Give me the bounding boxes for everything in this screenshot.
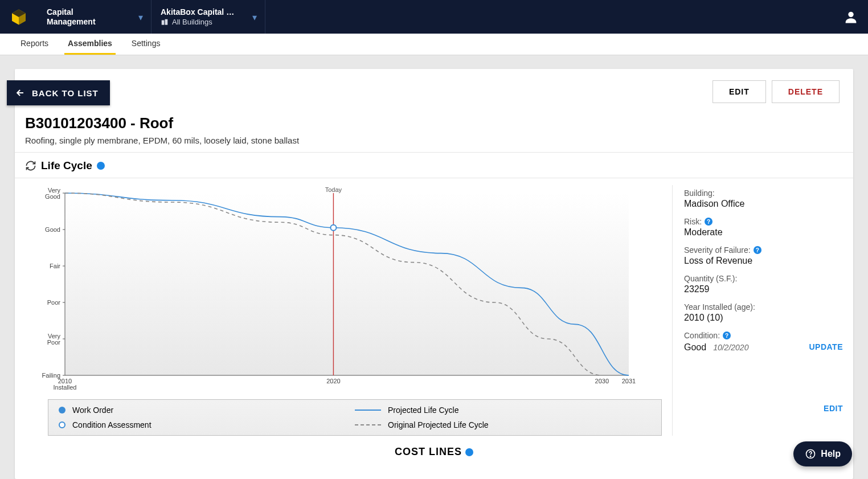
arrow-left-icon bbox=[15, 87, 26, 99]
help-circle-icon bbox=[805, 448, 816, 460]
svg-point-32 bbox=[810, 456, 811, 457]
module-label: Capital Management bbox=[47, 7, 96, 26]
tab-settings[interactable]: Settings bbox=[128, 34, 164, 55]
edit-button[interactable]: EDIT bbox=[713, 80, 766, 103]
app-header: Capital Management ▾ AkitaBox Capital … … bbox=[0, 0, 868, 34]
quantity-label: Quantity (S.F.): bbox=[684, 274, 843, 283]
page-subtitle: Roofing, single ply membrane, EPDM, 60 m… bbox=[25, 136, 843, 145]
risk-label: Risk: bbox=[684, 217, 702, 226]
legend-projected: Projected Life Cycle bbox=[355, 406, 651, 415]
legend-condition: Condition Assessment bbox=[59, 420, 355, 429]
tab-assemblies[interactable]: Assemblies bbox=[64, 34, 116, 55]
quantity-value: 23259 bbox=[684, 284, 843, 294]
help-icon[interactable]: ? bbox=[465, 448, 473, 456]
legend-original: Original Projected Life Cycle bbox=[355, 420, 651, 429]
back-button[interactable]: BACK TO LIST bbox=[7, 80, 110, 105]
building-label: Building: bbox=[684, 189, 843, 198]
svg-text:2030: 2030 bbox=[595, 378, 609, 384]
severity-value: Loss of Revenue bbox=[684, 256, 843, 266]
svg-point-5 bbox=[848, 11, 853, 17]
help-icon[interactable]: ? bbox=[754, 246, 761, 254]
nav-tabs: Reports Assemblies Settings bbox=[0, 34, 868, 55]
org-label: AkitaBox Capital … bbox=[161, 7, 234, 17]
year-value: 2010 (10) bbox=[684, 313, 843, 323]
line-dashed-icon bbox=[355, 424, 381, 425]
condition-date: 10/2/2020 bbox=[713, 343, 748, 352]
org-selector[interactable]: AkitaBox Capital … All Buildings ▾ bbox=[152, 0, 265, 34]
detail-sidebar: Building: Madison Office Risk:? Moderate… bbox=[672, 185, 843, 436]
svg-rect-3 bbox=[162, 20, 165, 24]
svg-text:Poor: Poor bbox=[47, 299, 61, 306]
severity-label: Severity of Failure: bbox=[684, 245, 751, 255]
org-subline: All Buildings bbox=[161, 18, 234, 26]
line-solid-icon bbox=[355, 410, 381, 411]
svg-point-30 bbox=[330, 225, 336, 231]
building-value: Madison Office bbox=[684, 199, 843, 209]
caret-down-icon: ▾ bbox=[252, 11, 257, 22]
svg-text:2020: 2020 bbox=[326, 378, 340, 384]
svg-rect-4 bbox=[165, 19, 168, 24]
svg-text:Poor: Poor bbox=[47, 339, 61, 346]
refresh-icon bbox=[25, 160, 36, 171]
risk-value: Moderate bbox=[684, 227, 843, 238]
svg-text:Good: Good bbox=[45, 226, 60, 233]
detail-panel: BACK TO LIST EDIT DELETE B30101203400 - … bbox=[15, 69, 853, 479]
buildings-icon bbox=[161, 18, 169, 26]
help-icon[interactable]: ? bbox=[97, 162, 105, 170]
module-selector[interactable]: Capital Management ▾ bbox=[38, 0, 152, 34]
dot-hollow-icon bbox=[59, 421, 65, 428]
action-bar: EDIT DELETE bbox=[713, 80, 840, 103]
help-icon[interactable]: ? bbox=[705, 218, 713, 226]
dot-filled-icon bbox=[59, 407, 65, 414]
help-icon[interactable]: ? bbox=[723, 331, 731, 339]
tab-reports[interactable]: Reports bbox=[17, 34, 52, 55]
caret-down-icon: ▾ bbox=[138, 11, 143, 22]
svg-text:Installed: Installed bbox=[54, 384, 77, 391]
update-link[interactable]: UPDATE bbox=[809, 342, 843, 351]
user-menu[interactable] bbox=[834, 0, 868, 34]
year-label: Year Installed (age): bbox=[684, 302, 843, 312]
condition-value: Good bbox=[684, 342, 706, 353]
svg-text:Today: Today bbox=[325, 186, 342, 193]
delete-button[interactable]: DELETE bbox=[772, 80, 840, 103]
svg-rect-6 bbox=[65, 193, 629, 375]
avatar-icon bbox=[843, 9, 859, 25]
condition-label: Condition: bbox=[684, 331, 720, 340]
life-cycle-chart: VeryGoodGoodFairPoorVeryPoorFailing2010I… bbox=[25, 185, 672, 436]
life-cycle-header: Life Cycle ? bbox=[15, 152, 853, 178]
svg-text:2031: 2031 bbox=[622, 378, 636, 384]
svg-text:Good: Good bbox=[45, 193, 60, 200]
chart-legend: Work Order Projected Life Cycle Conditio… bbox=[48, 399, 662, 436]
svg-text:Fair: Fair bbox=[50, 263, 60, 269]
edit-link[interactable]: EDIT bbox=[684, 404, 843, 413]
cost-lines-header: COST LINES ? bbox=[15, 436, 853, 458]
help-widget[interactable]: Help bbox=[793, 441, 852, 466]
legend-work-order: Work Order bbox=[59, 406, 355, 415]
app-logo bbox=[0, 9, 38, 26]
page-title: B30101203400 - Roof bbox=[25, 114, 843, 132]
